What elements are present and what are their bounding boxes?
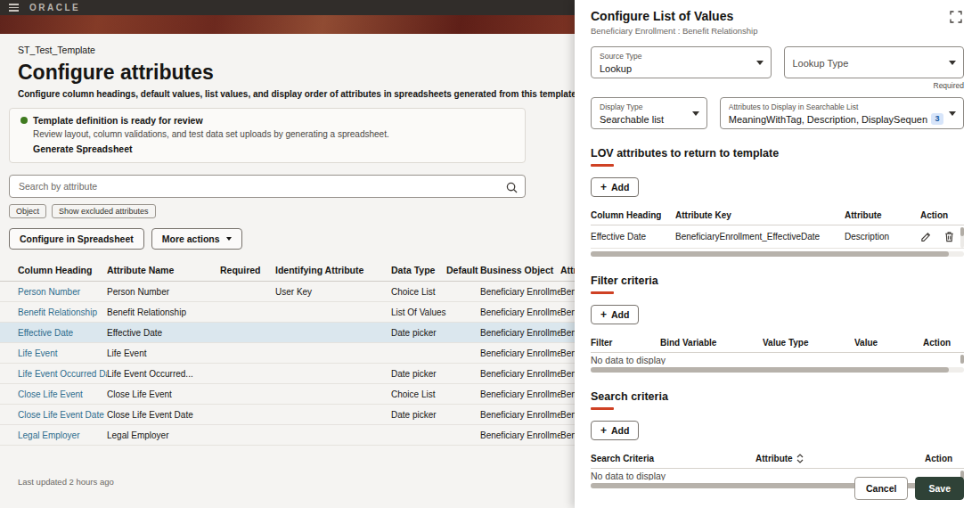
- field-value: Searchable list: [600, 114, 687, 125]
- search-criteria-section: Search criteria + Add Search Criteria At…: [591, 390, 964, 488]
- business-object-cell: Beneficiary Enrollment: [480, 430, 560, 440]
- notice-title: Template definition is ready for review: [33, 115, 203, 126]
- data-type-cell: Date picker: [391, 369, 446, 379]
- filter-criteria-table: Filter Bind Variable Value Type Value Ac…: [591, 333, 964, 365]
- add-filter-button[interactable]: + Add: [591, 305, 639, 324]
- attribute-link[interactable]: Life Event: [18, 348, 107, 358]
- accent-bar: [591, 291, 614, 294]
- business-object-cell: Beneficiary Enrollment: [480, 348, 560, 358]
- column-header: Data Type: [391, 265, 446, 275]
- section-title: Filter criteria: [591, 274, 964, 287]
- delete-icon[interactable]: [943, 231, 955, 242]
- notice-body: Review layout, column validations, and t…: [33, 129, 514, 139]
- attribute-link[interactable]: Legal Employer: [18, 430, 107, 440]
- attribute-name-cell: Close Life Event: [107, 389, 220, 399]
- business-object-cell: Beneficiary Enrollment: [480, 328, 560, 338]
- configure-in-spreadsheet-button[interactable]: Configure in Spreadsheet: [9, 228, 144, 250]
- lov-attributes-table: Column Heading Attribute Key Attribute A…: [591, 206, 964, 249]
- column-header: Filter: [591, 338, 660, 348]
- attribute-name-cell: Life Event Occurred...: [107, 369, 220, 379]
- more-actions-button[interactable]: More actions: [151, 228, 242, 250]
- search-box: [9, 175, 526, 198]
- horizontal-scrollbar[interactable]: [591, 367, 964, 373]
- column-heading-cell: Effective Date: [591, 232, 675, 242]
- column-header: Bind Variable: [660, 338, 763, 348]
- data-type-cell: Date picker: [391, 328, 446, 338]
- table-row: Effective Date BeneficiaryEnrollment_Eff…: [591, 225, 964, 249]
- column-header: Attribute Key: [675, 210, 845, 220]
- search-input[interactable]: [19, 181, 500, 192]
- business-object-cell: Beneficiary Enrollment: [480, 369, 560, 379]
- attribute-link[interactable]: Effective Date: [18, 328, 107, 338]
- column-header-attribute-sort[interactable]: Attribute: [755, 454, 925, 463]
- field-label: Source Type: [600, 52, 751, 61]
- chevron-down-icon: [692, 111, 699, 116]
- sort-icon: [796, 454, 804, 463]
- more-actions-label: More actions: [162, 234, 220, 244]
- attribute-cell: Description: [845, 232, 920, 242]
- show-excluded-chip[interactable]: Show excluded attributes: [52, 204, 156, 218]
- data-type-cell: List Of Values: [391, 307, 446, 317]
- filter-criteria-section: Filter criteria + Add Filter Bind Variab…: [591, 274, 964, 373]
- review-notice-banner: Template definition is ready for review …: [9, 108, 526, 163]
- column-header: Value: [854, 338, 923, 348]
- display-type-select[interactable]: Display Type Searchable list: [591, 97, 707, 129]
- attribute-link[interactable]: Benefit Relationship: [18, 307, 107, 317]
- identifying-cell: User Key: [275, 287, 391, 297]
- attribute-link[interactable]: Close Life Event: [18, 389, 107, 399]
- object-filter-chip[interactable]: Object: [9, 204, 46, 218]
- column-header: Action: [923, 338, 964, 348]
- generate-spreadsheet-link[interactable]: Generate Spreadsheet: [33, 143, 132, 154]
- attribute-name-cell: Legal Employer: [107, 430, 220, 440]
- lov-attributes-section: LOV attributes to return to template + A…: [591, 147, 964, 257]
- search-criteria-table: Search Criteria Attribute Action No data…: [591, 449, 964, 480]
- expand-icon[interactable]: [948, 9, 964, 29]
- display-attributes-select[interactable]: Attributes to Display in Searchable List…: [720, 97, 964, 129]
- field-label: Display Type: [600, 102, 687, 111]
- chevron-down-icon: [756, 61, 764, 65]
- attribute-link[interactable]: Close Life Event Date: [18, 410, 107, 420]
- business-object-cell: Beneficiary Enrollment: [480, 287, 560, 297]
- search-icon[interactable]: [506, 181, 518, 197]
- add-label: Add: [611, 182, 629, 193]
- add-search-criteria-button[interactable]: + Add: [591, 421, 639, 440]
- column-header: Required: [220, 265, 275, 275]
- column-header: Column Heading: [18, 265, 107, 275]
- attribute-link[interactable]: Life Event Occurred Date: [18, 369, 107, 379]
- attribute-name-cell: Effective Date: [107, 328, 220, 338]
- add-icon: +: [600, 310, 607, 319]
- attribute-name-cell: Person Number: [107, 287, 220, 297]
- data-type-cell: Date picker: [391, 410, 446, 420]
- column-header: Business Object: [480, 265, 560, 275]
- vertical-scrollbar[interactable]: [960, 355, 964, 364]
- column-header: Default: [446, 265, 480, 275]
- field-value: MeaningWithTag, Description, DisplaySequ…: [729, 114, 927, 125]
- add-icon: +: [600, 426, 607, 435]
- field-label: Attributes to Display in Searchable List: [729, 102, 943, 111]
- business-object-cell: Beneficiary Enrollment: [480, 307, 560, 317]
- cancel-button[interactable]: Cancel: [854, 477, 908, 500]
- column-header: Attribute: [845, 210, 920, 220]
- add-label: Add: [611, 425, 629, 436]
- oracle-logo: ORACLE: [29, 3, 80, 12]
- column-header: Search Criteria: [591, 454, 755, 463]
- business-object-cell: Beneficiary Enrollment: [480, 389, 560, 399]
- attribute-link[interactable]: Person Number: [18, 287, 107, 297]
- section-title: Search criteria: [591, 390, 964, 403]
- source-type-select[interactable]: Source Type Lookup: [591, 46, 772, 78]
- attribute-name-cell: Benefit Relationship: [107, 307, 220, 317]
- save-button[interactable]: Save: [915, 477, 964, 500]
- status-dot-icon: [20, 117, 28, 124]
- required-note: Required: [784, 81, 965, 90]
- attribute-name-cell: Life Event: [107, 348, 220, 358]
- vertical-scrollbar[interactable]: [960, 227, 964, 248]
- hamburger-menu-icon[interactable]: [9, 4, 19, 12]
- panel-title: Configure List of Values: [591, 9, 757, 23]
- edit-icon[interactable]: [920, 231, 932, 242]
- column-header: Column Heading: [591, 210, 675, 220]
- horizontal-scrollbar[interactable]: [591, 251, 964, 257]
- lookup-type-select[interactable]: Lookup Type: [784, 46, 965, 78]
- add-lov-attribute-button[interactable]: + Add: [591, 177, 639, 197]
- panel-subtitle: Beneficiary Enrollment : Benefit Relatio…: [591, 26, 757, 36]
- field-value: Lookup: [600, 63, 751, 74]
